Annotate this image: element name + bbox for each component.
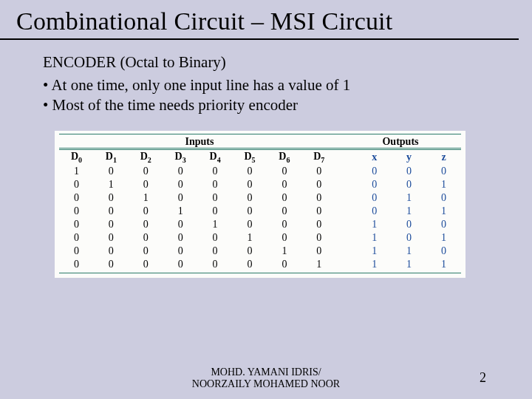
cell-output: 0 <box>392 231 426 245</box>
cell-input: 1 <box>163 205 198 218</box>
cell-input: 0 <box>233 245 267 258</box>
cell-input: 0 <box>163 231 198 245</box>
cell-input: 0 <box>198 165 233 178</box>
cell-input: 0 <box>233 178 267 191</box>
table-rule <box>59 134 461 134</box>
cell-input: 0 <box>198 178 233 191</box>
cell-input: 0 <box>163 165 198 178</box>
cell-input: 0 <box>59 231 94 245</box>
cell-output: 1 <box>357 231 392 245</box>
cell-input: 0 <box>198 245 233 258</box>
table-row: 00000010110 <box>59 245 461 258</box>
cell-input: 0 <box>301 218 336 231</box>
table-group-header: Inputs Outputs <box>59 136 461 148</box>
cell-output: 0 <box>426 165 461 178</box>
footer-author: MOHD. YAMANI IDRIS/ NOORZAILY MOHAMED NO… <box>0 366 532 390</box>
cell-input: 0 <box>94 245 129 258</box>
cell-input: 0 <box>94 165 129 178</box>
col-header-input: D7 <box>301 150 336 165</box>
cell-input: 0 <box>267 178 301 191</box>
cell-output: 0 <box>426 191 461 205</box>
table-row: 00010000011 <box>59 205 461 218</box>
col-header-output: z <box>426 150 461 165</box>
cell-input: 1 <box>198 218 233 231</box>
cell-output: 1 <box>392 205 426 218</box>
cell-input: 0 <box>129 258 163 271</box>
cell-input: 0 <box>301 205 336 218</box>
table-body: 1000000000001000000001001000000100001000… <box>59 165 461 271</box>
cell-input: 0 <box>94 218 129 231</box>
cell-input: 0 <box>198 191 233 205</box>
outputs-group-label: Outputs <box>340 136 461 148</box>
bullet-list: At one time, only one input line has a v… <box>43 76 532 115</box>
cell-output: 0 <box>426 218 461 231</box>
page-title: Combinational Circuit – MSI Circuit <box>0 0 519 40</box>
cell-input: 1 <box>94 178 129 191</box>
bullet-item: Most of the time needs priority encoder <box>43 96 532 115</box>
cell-input: 0 <box>267 191 301 205</box>
cell-input: 0 <box>129 245 163 258</box>
cell-input: 0 <box>301 245 336 258</box>
cell-input: 0 <box>233 165 267 178</box>
col-header-output: x <box>357 150 392 165</box>
truth-table: Inputs Outputs D0D1D2D3D4D5D6D7xyz 10000… <box>55 131 466 278</box>
cell-input: 0 <box>233 205 267 218</box>
cell-input: 0 <box>198 231 233 245</box>
table-row: 00000001111 <box>59 258 461 271</box>
cell-output: 1 <box>392 245 426 258</box>
cell-input: 0 <box>59 205 94 218</box>
cell-output: 0 <box>392 178 426 191</box>
cell-input: 0 <box>129 205 163 218</box>
cell-input: 1 <box>129 191 163 205</box>
col-header-input: D0 <box>59 150 94 165</box>
cell-output: 1 <box>426 178 461 191</box>
cell-output: 0 <box>392 165 426 178</box>
cell-input: 0 <box>163 191 198 205</box>
cell-input: 1 <box>267 245 301 258</box>
table-row: 00100000010 <box>59 191 461 205</box>
table-rule <box>59 148 461 149</box>
encoder-truth-table: D0D1D2D3D4D5D6D7xyz 10000000000010000000… <box>59 150 461 271</box>
bullet-item: At one time, only one input line has a v… <box>43 76 532 95</box>
col-header-input: D4 <box>198 150 233 165</box>
table-column-header-row: D0D1D2D3D4D5D6D7xyz <box>59 150 461 165</box>
cell-input: 0 <box>129 218 163 231</box>
cell-output: 1 <box>426 231 461 245</box>
cell-output: 0 <box>357 205 392 218</box>
cell-input: 0 <box>301 178 336 191</box>
cell-input: 1 <box>301 258 336 271</box>
table-row: 00000100101 <box>59 231 461 245</box>
cell-input: 0 <box>163 218 198 231</box>
page-number: 2 <box>480 370 486 386</box>
cell-input: 0 <box>163 258 198 271</box>
cell-output: 1 <box>426 258 461 271</box>
cell-output: 1 <box>392 191 426 205</box>
cell-input: 0 <box>267 258 301 271</box>
cell-input: 0 <box>94 258 129 271</box>
cell-input: 0 <box>233 191 267 205</box>
table-row: 01000000001 <box>59 178 461 191</box>
cell-input: 0 <box>59 191 94 205</box>
inputs-group-label: Inputs <box>59 136 340 148</box>
cell-input: 0 <box>198 205 233 218</box>
cell-input: 0 <box>163 245 198 258</box>
cell-input: 0 <box>94 191 129 205</box>
cell-output: 0 <box>357 178 392 191</box>
cell-input: 0 <box>94 205 129 218</box>
cell-input: 0 <box>129 231 163 245</box>
cell-input: 0 <box>163 178 198 191</box>
cell-input: 0 <box>267 231 301 245</box>
cell-input: 0 <box>301 165 336 178</box>
cell-input: 0 <box>233 218 267 231</box>
footer-line: MOHD. YAMANI IDRIS/ <box>211 366 321 378</box>
col-header-input: D6 <box>267 150 301 165</box>
cell-input: 1 <box>233 231 267 245</box>
cell-input: 0 <box>267 218 301 231</box>
cell-output: 0 <box>392 218 426 231</box>
cell-input: 0 <box>267 205 301 218</box>
cell-input: 1 <box>59 165 94 178</box>
col-header-input: D2 <box>129 150 163 165</box>
col-header-output: y <box>392 150 426 165</box>
content-block: ENCODER (Octal to Binary) At one time, o… <box>0 40 532 115</box>
cell-input: 0 <box>301 231 336 245</box>
